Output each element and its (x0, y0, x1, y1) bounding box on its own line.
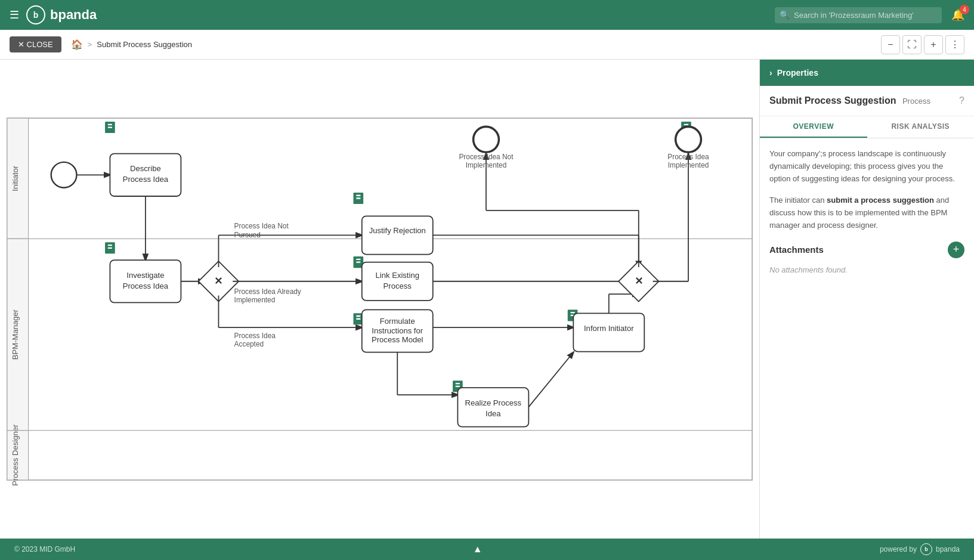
svg-rect-14 (108, 247, 112, 249)
svg-text:✕: ✕ (635, 276, 643, 287)
svg-rect-11 (108, 126, 112, 128)
zoom-controls: − ⛶ + ⋮ (881, 35, 964, 54)
properties-content: Your company';s process landscape is con… (760, 138, 974, 539)
svg-text:Process Idea Not: Process Idea Not (234, 222, 289, 230)
svg-text:Instructions for: Instructions for (372, 326, 423, 335)
svg-text:Formulate: Formulate (380, 317, 415, 326)
svg-text:Initiator: Initiator (11, 165, 20, 191)
svg-rect-19 (356, 259, 360, 260)
close-button[interactable]: ✕ CLOSE (10, 36, 61, 52)
attachments-header: Attachments + (769, 242, 964, 258)
svg-text:✕: ✕ (214, 276, 222, 287)
svg-text:Process Model: Process Model (372, 335, 423, 344)
svg-text:Process Idea: Process Idea (667, 153, 709, 161)
footer-chevron[interactable]: ▲ (473, 544, 483, 555)
svg-text:Process Idea Already: Process Idea Already (234, 287, 301, 296)
svg-text:Process Idea: Process Idea (123, 175, 169, 184)
svg-rect-22 (356, 315, 360, 317)
attachments-section: Attachments + No attachments found. (769, 242, 964, 275)
svg-rect-16 (356, 195, 360, 196)
svg-rect-25 (571, 312, 575, 313)
svg-rect-10 (108, 124, 112, 125)
toolbar: ✕ CLOSE 🏠 > Submit Process Suggestion − … (0, 30, 974, 60)
svg-point-85 (676, 126, 701, 152)
help-button[interactable]: ? (959, 95, 964, 106)
footer: © 2023 MID GmbH ▲ powered by b bpanda (0, 539, 974, 560)
svg-text:Idea: Idea (486, 409, 501, 418)
breadcrumb: 🏠 > Submit Process Suggestion (71, 39, 192, 50)
svg-rect-56 (362, 216, 433, 254)
properties-description-1: Your company';s process landscape is con… (769, 148, 964, 185)
svg-text:BPM-Manager: BPM-Manager (11, 309, 20, 360)
hamburger-menu[interactable]: ☰ (10, 8, 19, 21)
svg-rect-23 (356, 318, 360, 320)
tab-overview[interactable]: OVERVIEW (760, 116, 867, 138)
svg-text:Describe: Describe (130, 164, 161, 173)
attachments-title: Attachments (769, 245, 824, 255)
svg-rect-17 (356, 197, 360, 199)
top-navigation: ☰ b bpanda 🔍 🔔 4 (0, 0, 974, 30)
svg-text:Accepted: Accepted (234, 340, 264, 348)
svg-text:Realize Process: Realize Process (465, 398, 522, 407)
add-attachment-button[interactable]: + (948, 242, 964, 258)
svg-text:Link Existing: Link Existing (376, 271, 419, 280)
search-icon: 🔍 (780, 10, 790, 20)
properties-panel: › Properties Submit Process Suggestion P… (759, 60, 974, 539)
svg-text:Implemented: Implemented (234, 296, 276, 304)
svg-text:Process Idea Not: Process Idea Not (459, 153, 514, 161)
copyright-label: © 2023 MID GmbH (14, 545, 75, 553)
properties-header: › Properties (760, 60, 974, 86)
properties-header-title: Properties (777, 68, 818, 78)
svg-text:Process Idea: Process Idea (123, 281, 169, 290)
footer-brand-name: bpanda (936, 545, 960, 553)
search-wrapper: 🔍 (775, 7, 942, 23)
notification-badge: 4 (960, 5, 969, 14)
svg-point-82 (474, 126, 499, 152)
footer-right: powered by b bpanda (880, 543, 960, 555)
process-type-label: Process (902, 97, 930, 106)
chevron-right-icon: › (769, 68, 772, 78)
main-content: Initiator BPM-Manager Process Designer (0, 60, 974, 539)
zoom-in-button[interactable]: + (924, 35, 943, 54)
svg-rect-31 (684, 124, 688, 125)
svg-text:Implemented: Implemented (668, 161, 709, 169)
no-attachments-label: No attachments found. (769, 265, 848, 274)
svg-rect-13 (108, 245, 112, 246)
zoom-more-button[interactable]: ⋮ (945, 35, 964, 54)
diagram-area[interactable]: Initiator BPM-Manager Process Designer (0, 60, 759, 539)
svg-text:Justify Rejection: Justify Rejection (369, 226, 426, 235)
powered-by-label: powered by (880, 545, 917, 553)
bpmn-diagram: Initiator BPM-Manager Process Designer (0, 60, 759, 539)
svg-text:Implemented: Implemented (466, 161, 507, 169)
svg-text:Process Designer: Process Designer (11, 424, 20, 486)
properties-description-2: The initiator can submit a process sugge… (769, 194, 964, 231)
brand-name: bpanda (50, 7, 97, 23)
search-input[interactable] (775, 7, 942, 23)
svg-rect-28 (456, 383, 460, 384)
svg-text:Process Idea: Process Idea (234, 332, 276, 340)
svg-rect-20 (356, 261, 360, 262)
svg-text:Inform Initiator: Inform Initiator (584, 324, 634, 333)
zoom-fit-button[interactable]: ⛶ (902, 35, 922, 54)
svg-point-33 (51, 162, 77, 188)
zoom-out-button[interactable]: − (881, 35, 900, 54)
breadcrumb-current: Submit Process Suggestion (97, 40, 192, 49)
svg-text:Process: Process (384, 281, 412, 290)
notification-button[interactable]: 🔔 4 (951, 8, 964, 21)
tab-risk-analysis[interactable]: RISK ANALYSIS (867, 116, 975, 138)
breadcrumb-separator: > (88, 40, 92, 49)
properties-process-title: Submit Process Suggestion Process (769, 95, 930, 106)
logo-icon: b (26, 5, 45, 24)
process-name: Submit Process Suggestion (769, 95, 896, 106)
footer-logo: b (920, 543, 932, 555)
properties-tabs: OVERVIEW RISK ANALYSIS (760, 116, 974, 138)
svg-text:Investigate: Investigate (126, 271, 164, 280)
diagram-canvas: Initiator BPM-Manager Process Designer (0, 60, 759, 539)
svg-text:Pursued: Pursued (234, 231, 261, 239)
properties-title-row: Submit Process Suggestion Process ? (760, 86, 974, 116)
breadcrumb-home[interactable]: 🏠 (71, 39, 83, 50)
svg-rect-29 (456, 386, 460, 387)
